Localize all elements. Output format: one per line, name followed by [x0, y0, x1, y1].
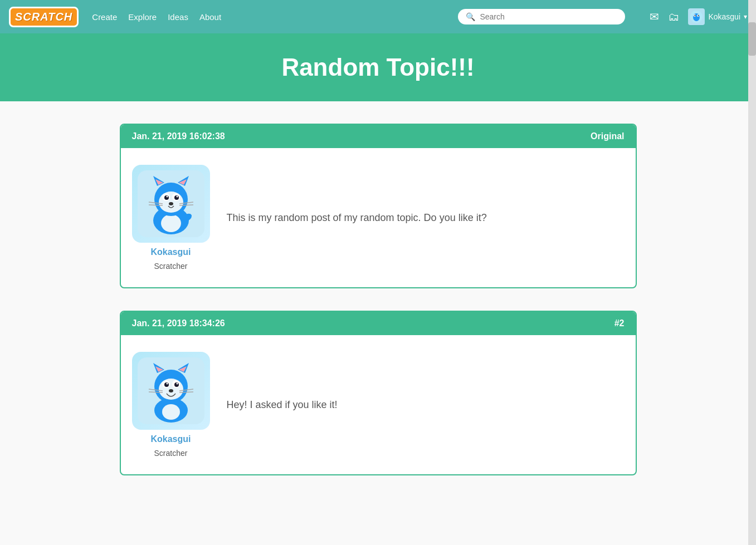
post-header-2: Jan. 21, 2019 18:34:26 #2: [121, 312, 636, 335]
svg-point-41: [176, 383, 178, 385]
svg-line-25: [179, 205, 193, 205]
nav-links: Create Explore Ideas About: [92, 12, 221, 22]
svg-point-1: [693, 13, 700, 21]
avatar-1: [132, 165, 210, 243]
user-avatar-small: [688, 8, 705, 25]
svg-point-8: [161, 214, 181, 232]
page-title: Random Topic!!!: [0, 53, 756, 81]
post-username-1[interactable]: Kokasgui: [150, 247, 191, 257]
navbar: SCRATCH Create Explore Ideas About 🔍 ✉ 🗂: [0, 0, 756, 33]
post-timestamp-2: Jan. 21, 2019 18:34:26: [132, 318, 225, 328]
scrollbar-thumb[interactable]: [748, 22, 756, 56]
post-user-role-2: Scratcher: [154, 449, 188, 458]
username-label: Kokasgui: [708, 12, 740, 21]
svg-point-29: [162, 404, 180, 420]
svg-point-19: [166, 196, 168, 198]
svg-line-46: [179, 392, 193, 392]
svg-line-44: [149, 392, 163, 392]
nav-about-link[interactable]: About: [199, 12, 221, 22]
avatar-2: [132, 352, 210, 430]
svg-line-23: [149, 205, 163, 205]
post-badge-1: Original: [591, 131, 624, 141]
nav-create-link[interactable]: Create: [92, 12, 117, 22]
post-text-1: This is my random post of my random topi…: [227, 210, 619, 225]
hero-banner: Random Topic!!!: [0, 33, 756, 101]
svg-point-40: [166, 383, 168, 385]
main-content: Jan. 21, 2019 16:02:38 Original: [111, 124, 646, 475]
post-body-2: Kokasgui Scratcher Hey! I asked if you l…: [121, 335, 636, 474]
post-username-2[interactable]: Kokasgui: [150, 434, 191, 444]
search-input[interactable]: [480, 12, 617, 21]
user-column-1: Kokasgui Scratcher: [132, 165, 210, 271]
post-body-1: Kokasgui Scratcher This is my random pos…: [121, 148, 636, 287]
search-icon: 🔍: [466, 12, 475, 21]
post-timestamp-1: Jan. 21, 2019 16:02:38: [132, 131, 225, 141]
user-menu[interactable]: Kokasgui ▾: [688, 8, 747, 25]
folders-icon[interactable]: 🗂: [668, 11, 679, 23]
svg-point-5: [698, 15, 699, 16]
post-badge-2: #2: [614, 318, 625, 328]
post-user-role-1: Scratcher: [154, 262, 188, 271]
post-text-2: Hey! I asked if you like it!: [227, 397, 619, 413]
nav-ideas-link[interactable]: Ideas: [168, 12, 188, 22]
nav-explore-link[interactable]: Explore: [128, 12, 157, 22]
post-card-1: Jan. 21, 2019 16:02:38 Original: [120, 124, 637, 288]
svg-point-42: [169, 389, 173, 392]
scrollbar[interactable]: [748, 0, 756, 545]
scratch-logo[interactable]: SCRATCH: [9, 7, 79, 27]
post-header-1: Jan. 21, 2019 16:02:38 Original: [121, 125, 636, 148]
user-column-2: Kokasgui Scratcher: [132, 352, 210, 458]
svg-point-20: [176, 196, 178, 198]
svg-point-21: [169, 202, 173, 205]
nav-icons: ✉ 🗂 Kokasgui ▾: [650, 8, 747, 25]
messages-icon[interactable]: ✉: [650, 10, 659, 23]
post-card-2: Jan. 21, 2019 18:34:26 #2: [120, 311, 637, 475]
search-bar: 🔍: [458, 9, 625, 24]
svg-point-4: [695, 15, 696, 16]
chevron-down-icon: ▾: [744, 13, 747, 21]
